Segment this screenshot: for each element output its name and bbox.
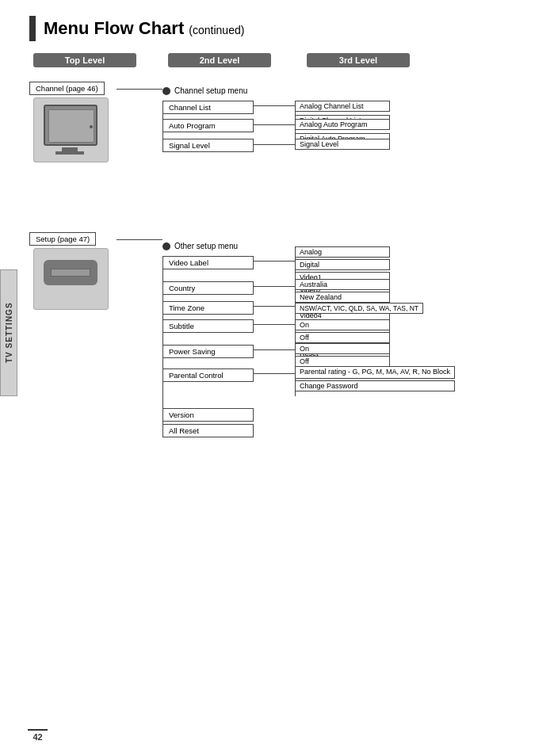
vline-setup-left xyxy=(162,256,163,434)
signal-level-3rd-box: Signal Level xyxy=(295,139,390,150)
auto-program-box: Auto Program xyxy=(162,119,254,132)
vline-parental-3rd xyxy=(295,366,296,396)
subtitle-text: Subtitle xyxy=(169,322,194,330)
channel-top-level-label: Channel (page 46) xyxy=(29,82,105,95)
hconn-parental-3rd xyxy=(254,373,295,374)
hconn-video-3rd xyxy=(254,261,295,262)
video-label-box: Video Label xyxy=(162,256,254,269)
analog-channel-list-box: Analog Channel List xyxy=(295,101,390,112)
top-level-header: Top Level xyxy=(33,53,136,67)
parental-control-text: Parental Control xyxy=(169,371,224,380)
page-number-text: 42 xyxy=(32,732,42,742)
subtitle-row: Subtitle xyxy=(162,319,254,333)
power-saving-row: Power Saving xyxy=(162,345,254,358)
all-reset-box: All Reset xyxy=(162,424,254,437)
signal-level-row: Signal Level xyxy=(162,139,254,152)
channel-list-row: Channel List xyxy=(162,101,254,114)
setup-image-container xyxy=(33,248,109,310)
page-title: Menu Flow Chart (continued) xyxy=(44,18,244,39)
digital-label: Digital xyxy=(300,261,319,269)
setup-device-image xyxy=(33,248,109,310)
timezone-val-label: NSW/ACT, VIC, QLD, SA, WA, TAS, NT xyxy=(300,304,418,312)
chart-area: Channel (page 46) xyxy=(29,75,515,606)
analog-list-label: Analog Channel List xyxy=(300,102,364,110)
channel-list-box: Channel List xyxy=(162,101,254,114)
country-box: Country xyxy=(162,281,254,295)
tv-body xyxy=(44,105,97,146)
analog-option: Analog xyxy=(295,246,390,258)
setup-top-level-label: Setup (page 47) xyxy=(29,232,96,246)
parental-control-row: Parental Control xyxy=(162,368,254,382)
change-password-label: Change Password xyxy=(300,382,358,390)
tv-base xyxy=(55,151,84,155)
level-headers: Top Level 2nd Level 3rd Level xyxy=(33,53,515,67)
new-zealand-label: New Zealand xyxy=(300,293,342,301)
second-level-header: 2nd Level xyxy=(168,53,271,67)
country-row: Country xyxy=(162,281,254,295)
subtitle-off-option: Off xyxy=(295,332,390,343)
analog-label: Analog xyxy=(300,248,322,256)
subtitle-on-label: On xyxy=(300,321,309,329)
power-saving-box: Power Saving xyxy=(162,345,254,358)
vline-channel-left xyxy=(162,101,163,150)
parental-rating-label: Parental rating - G, PG, M, MA, AV, R, N… xyxy=(300,368,450,376)
hline-channel xyxy=(117,89,162,90)
setup-label-text: Setup (page 47) xyxy=(36,235,90,243)
hconn-ch-list-3rd xyxy=(254,105,295,106)
page-title-area: Menu Flow Chart (continued) xyxy=(29,16,515,41)
hconn-auto-3rd xyxy=(254,124,295,125)
parental-options: Parental rating - G, PG, M, MA, AV, R, N… xyxy=(295,366,455,393)
analog-auto-box: Analog Auto Program xyxy=(295,119,390,130)
video-label-text: Video Label xyxy=(169,258,208,267)
device-body xyxy=(44,260,97,285)
device-graphic xyxy=(44,260,99,298)
video-label-row: Video Label xyxy=(162,256,254,269)
vline-power-3rd xyxy=(295,343,296,359)
channel-section-label: Channel setup menu xyxy=(174,86,247,95)
subtitle-off-label: Off xyxy=(300,334,309,342)
version-row: Version xyxy=(162,408,254,422)
timezone-box: Time Zone xyxy=(162,301,254,315)
version-text: Version xyxy=(169,410,194,419)
vline-country-3rd xyxy=(295,279,296,295)
version-box: Version xyxy=(162,408,254,422)
subtitle-on-option: On xyxy=(295,319,390,330)
signal-level-3rd-text: Signal Level xyxy=(295,139,390,150)
tv-graphic xyxy=(41,105,101,156)
vline-subtitle-3rd xyxy=(295,319,296,335)
third-level-header: 3rd Level xyxy=(307,53,410,67)
channel-setup-bullet-row: Channel setup menu xyxy=(162,86,247,95)
all-reset-text: All Reset xyxy=(169,426,199,435)
setup-section-label: Other setup menu xyxy=(174,242,238,250)
australia-label: Australia xyxy=(300,281,327,288)
parental-control-box: Parental Control xyxy=(162,368,254,382)
signal-level-box: Signal Level xyxy=(162,139,254,152)
timezone-option: NSW/ACT, VIC, QLD, SA, WA, TAS, NT xyxy=(295,303,423,314)
change-password-option: Change Password xyxy=(295,380,455,391)
hconn-country-3rd xyxy=(254,286,295,287)
country-text: Country xyxy=(169,284,195,292)
all-reset-row: All Reset xyxy=(162,424,254,437)
subtitle-options: On Off xyxy=(295,319,390,345)
australia-option: Australia xyxy=(295,279,390,290)
analog-auto-label: Analog Auto Program xyxy=(300,120,368,128)
power-off-label: Off xyxy=(300,357,309,365)
parental-rating-option: Parental rating - G, PG, M, MA, AV, R, N… xyxy=(295,366,455,379)
hline-setup xyxy=(117,239,162,240)
signal-level-text: Signal Level xyxy=(169,141,210,150)
channel-list-text: Channel List xyxy=(169,103,211,112)
channel-label-box: Channel (page 46) xyxy=(29,82,105,95)
title-bar-decoration xyxy=(29,16,36,41)
country-options: Australia New Zealand xyxy=(295,279,390,304)
power-off-option: Off xyxy=(295,356,390,367)
setup-label-box: Setup (page 47) xyxy=(29,232,96,246)
analog-list-text: Analog Channel List xyxy=(295,101,390,112)
new-zealand-option: New Zealand xyxy=(295,292,390,303)
tv-image-container xyxy=(33,97,109,162)
device-slot xyxy=(51,269,90,277)
timezone-row: Time Zone xyxy=(162,301,254,315)
setup-bullet xyxy=(162,242,170,250)
hconn-signal-3rd xyxy=(254,144,295,145)
main-content: Menu Flow Chart (continued) Top Level 2n… xyxy=(17,0,535,756)
channel-bullet xyxy=(162,87,170,95)
